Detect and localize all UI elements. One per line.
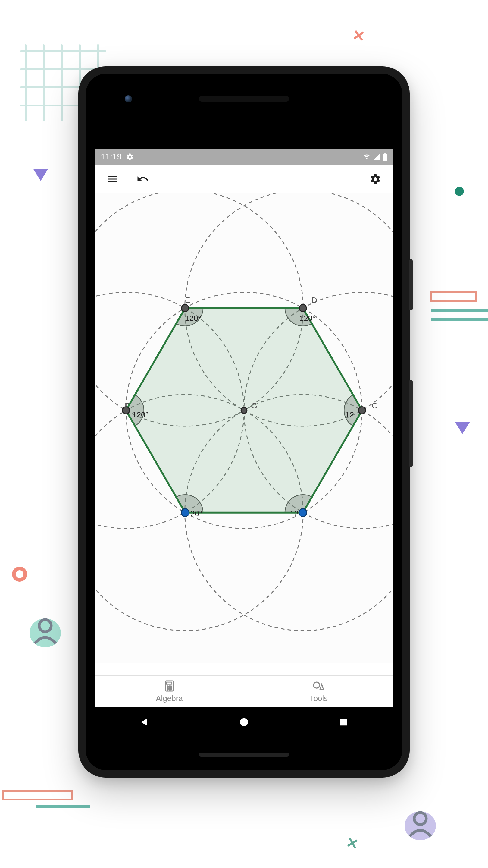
undo-icon: [136, 173, 149, 185]
bg-triangle-icon: [455, 422, 470, 434]
menu-button[interactable]: [102, 168, 123, 190]
angle-label-c: 12: [345, 410, 354, 420]
gear-icon: [369, 173, 381, 185]
point-label-g: G: [251, 401, 257, 410]
svg-rect-51: [340, 719, 347, 726]
tab-label: Tools: [310, 694, 328, 703]
bg-person-icon: [404, 808, 437, 841]
status-time: 11:19: [101, 152, 122, 161]
bottom-tabs: Algebra Tools: [95, 675, 393, 707]
bg-bars-decoration: [0, 789, 90, 811]
phone-frame: 11:19: [78, 66, 410, 778]
svg-rect-21: [383, 154, 387, 161]
svg-point-46: [169, 689, 170, 690]
angle-label-a: 20°: [190, 509, 202, 518]
nav-home-button[interactable]: [214, 707, 274, 737]
svg-point-41: [170, 686, 171, 687]
svg-point-34: [182, 304, 189, 312]
battery-icon: [383, 153, 387, 161]
angle-label-f: 120°: [132, 410, 149, 420]
svg-rect-20: [384, 153, 386, 154]
tools-icon: [313, 680, 325, 692]
svg-marker-49: [320, 684, 323, 689]
android-nav-bar: [95, 707, 393, 737]
bg-x-green-icon: ✕: [344, 834, 360, 853]
bg-dot-icon: [455, 187, 464, 196]
point-label-f: F: [125, 401, 130, 410]
svg-point-45: [167, 689, 168, 690]
point-label-d: D: [312, 296, 317, 305]
bg-bars-decoration: [428, 289, 488, 335]
tab-label: Algebra: [156, 694, 183, 703]
wifi-icon: [362, 153, 371, 160]
svg-point-43: [169, 687, 170, 688]
svg-point-40: [169, 686, 170, 687]
status-bar: 11:19: [95, 149, 393, 164]
nav-recent-button[interactable]: [314, 707, 374, 737]
bg-person-icon: [29, 615, 62, 648]
angle-label-d: 120°: [299, 314, 316, 323]
svg-point-36: [241, 407, 247, 413]
phone-bottom-speaker: [199, 752, 289, 757]
svg-rect-38: [167, 682, 172, 684]
svg-point-42: [167, 687, 168, 688]
point-label-e: E: [185, 296, 190, 305]
recent-square-icon: [339, 718, 348, 727]
home-circle-icon: [239, 717, 249, 727]
point-label-a: A: [184, 509, 190, 518]
svg-point-32: [358, 407, 366, 414]
point-label-b: B: [299, 509, 304, 518]
svg-marker-10: [455, 422, 470, 434]
svg-point-47: [170, 689, 171, 690]
svg-marker-9: [33, 169, 48, 181]
app-toolbar: [95, 164, 393, 193]
undo-button[interactable]: [132, 168, 153, 190]
svg-point-44: [170, 687, 171, 688]
angle-label-e: 120°: [185, 314, 201, 323]
angle-label-b: 12: [290, 509, 298, 518]
phone-speaker: [199, 96, 289, 101]
geometry-canvas[interactable]: E 120° D 120° F 120° G C 12 A 20° 12 B: [95, 193, 393, 663]
svg-rect-15: [431, 292, 476, 301]
signal-icon: [373, 153, 381, 160]
svg-point-48: [314, 682, 320, 688]
calculator-icon: [164, 680, 175, 692]
phone-camera: [125, 95, 132, 102]
gear-icon: [126, 153, 134, 161]
bg-x-red-icon: ✕: [351, 26, 366, 45]
bg-triangle-icon: [33, 169, 48, 181]
back-triangle-icon: [139, 717, 150, 727]
point-label-c: C: [372, 401, 378, 410]
settings-button[interactable]: [365, 168, 386, 190]
bg-circle-icon: [12, 567, 27, 582]
phone-side-button: [409, 380, 413, 467]
tab-algebra[interactable]: Algebra: [95, 676, 244, 707]
nav-back-button[interactable]: [114, 707, 174, 737]
svg-point-50: [240, 718, 248, 726]
phone-side-button: [409, 259, 413, 310]
svg-point-33: [299, 304, 307, 312]
svg-point-39: [167, 686, 168, 687]
svg-rect-18: [3, 791, 72, 800]
hamburger-icon: [107, 173, 119, 185]
app-screen: 11:19: [95, 149, 393, 737]
tab-tools[interactable]: Tools: [244, 676, 393, 707]
